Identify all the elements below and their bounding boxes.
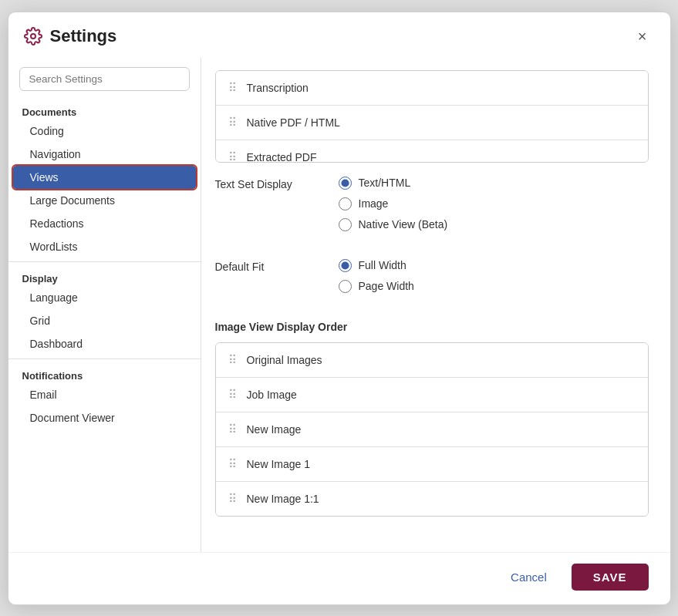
drag-item-extracted-pdf[interactable]: ⠿ Extracted PDF (216, 140, 648, 163)
cancel-button[interactable]: Cancel (497, 564, 561, 590)
content-inner: ⠿ Transcription ⠿ Native PDF / HTML ⠿ Ex… (201, 58, 670, 552)
drag-item-new-image-1[interactable]: ⠿ New Image 1 (216, 447, 648, 482)
text-set-radio-group: Text/HTML Image Native View (Beta) (339, 177, 649, 231)
radio-row-image[interactable]: Image (339, 197, 649, 210)
drag-handle-icon: ⠿ (228, 353, 238, 367)
main-content: ⠿ Transcription ⠿ Native PDF / HTML ⠿ Ex… (201, 58, 670, 552)
modal-footer: Cancel SAVE (8, 552, 670, 604)
sidebar-section-documents: Documents (8, 99, 201, 119)
drag-item-new-image[interactable]: ⠿ New Image (216, 412, 648, 447)
sidebar-section-notifications: Notifications (8, 362, 201, 383)
modal-body: Documents Coding Navigation Views Large … (8, 58, 670, 552)
drag-item-native-pdf[interactable]: ⠿ Native PDF / HTML (216, 106, 648, 140)
image-view-section-title: Image View Display Order (215, 321, 649, 333)
sidebar-item-large-documents[interactable]: Large Documents (8, 189, 201, 212)
drag-handle-icon: ⠿ (228, 422, 238, 436)
text-set-display-options: Text/HTML Image Native View (Beta) (339, 177, 649, 245)
search-input[interactable] (19, 67, 190, 91)
default-fit-options: Full Width Page Width (339, 259, 649, 307)
text-set-display-row: Text Set Display Text/HTML Image (215, 177, 649, 245)
radio-row-page-width[interactable]: Page Width (339, 280, 649, 293)
radio-label-full-width: Full Width (359, 259, 406, 271)
sidebar-item-dashboard[interactable]: Dashboard (8, 332, 201, 355)
drag-item-label: New Image (247, 423, 302, 436)
sidebar-item-language[interactable]: Language (8, 286, 201, 309)
sidebar-item-views[interactable]: Views (13, 166, 196, 189)
settings-modal: Settings × Documents Coding Navigation V… (8, 12, 671, 605)
drag-item-label: Transcription (247, 82, 309, 94)
search-box-wrap (8, 67, 201, 99)
drag-handle-icon: ⠿ (228, 492, 238, 506)
sidebar-item-coding[interactable]: Coding (8, 119, 201, 143)
radio-native-view[interactable] (339, 218, 352, 231)
drag-item-original-images[interactable]: ⠿ Original Images (216, 343, 648, 378)
divider-2 (8, 358, 201, 359)
text-set-display-label: Text Set Display (215, 177, 339, 190)
default-fit-label: Default Fit (215, 259, 339, 273)
drag-item-label: Native PDF / HTML (247, 116, 340, 129)
radio-page-width[interactable] (339, 280, 352, 293)
radio-label-image: Image (359, 197, 389, 210)
radio-label-page-width: Page Width (359, 280, 414, 292)
radio-full-width[interactable] (339, 259, 352, 272)
drag-handle-icon: ⠿ (228, 116, 238, 130)
drag-handle-icon: ⠿ (228, 81, 238, 95)
sidebar-item-grid[interactable]: Grid (8, 309, 201, 332)
drag-item-job-image[interactable]: ⠿ Job Image (216, 378, 648, 412)
drag-handle-icon: ⠿ (228, 388, 238, 402)
gear-icon (24, 27, 42, 45)
drag-item-new-image-1-1[interactable]: ⠿ New Image 1:1 (216, 482, 648, 516)
drag-item-label: Extracted PDF (247, 151, 317, 163)
radio-row-text-html[interactable]: Text/HTML (339, 177, 649, 190)
svg-point-0 (31, 34, 35, 39)
modal-header: Settings × (8, 12, 670, 58)
radio-label-text-html: Text/HTML (359, 177, 411, 189)
drag-item-transcription[interactable]: ⠿ Transcription (216, 71, 648, 106)
divider-1 (8, 261, 201, 262)
save-button[interactable]: SAVE (572, 564, 649, 591)
sidebar-item-email[interactable]: Email (8, 383, 201, 406)
drag-handle-icon: ⠿ (228, 457, 238, 471)
sidebar-item-navigation[interactable]: Navigation (8, 143, 201, 166)
radio-row-native-view[interactable]: Native View (Beta) (339, 218, 649, 231)
sidebar-section-display: Display (8, 265, 201, 286)
sidebar-item-wordlists[interactable]: WordLists (8, 235, 201, 258)
drag-item-label: Job Image (247, 389, 297, 401)
sidebar-item-redactions[interactable]: Redactions (8, 212, 201, 235)
close-button[interactable]: × (633, 26, 652, 47)
default-fit-radio-group: Full Width Page Width (339, 259, 649, 293)
radio-text-html[interactable] (339, 177, 352, 190)
drag-item-label: New Image 1:1 (247, 493, 319, 505)
drag-item-label: Original Images (247, 354, 322, 366)
image-view-drag-list: ⠿ Original Images ⠿ Job Image ⠿ New Imag… (215, 342, 649, 517)
drag-item-label: New Image 1 (247, 458, 310, 470)
radio-row-full-width[interactable]: Full Width (339, 259, 649, 272)
drag-handle-icon: ⠿ (228, 150, 238, 163)
radio-label-native-view: Native View (Beta) (359, 218, 448, 231)
sidebar-item-document-viewer[interactable]: Document Viewer (8, 406, 201, 429)
default-fit-row: Default Fit Full Width Page Width (215, 259, 649, 307)
sidebar: Documents Coding Navigation Views Large … (8, 58, 201, 552)
top-drag-list: ⠿ Transcription ⠿ Native PDF / HTML ⠿ Ex… (215, 70, 649, 163)
modal-title: Settings (50, 26, 633, 46)
radio-image[interactable] (339, 197, 352, 210)
